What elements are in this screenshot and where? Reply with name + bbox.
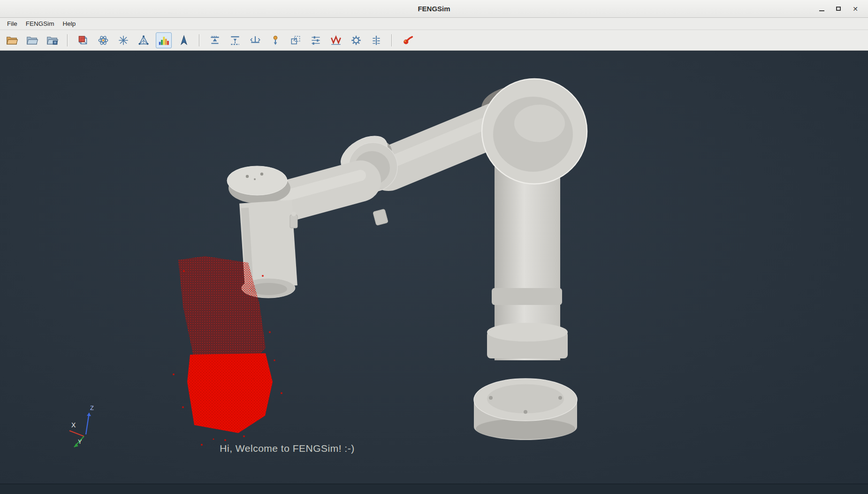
folder-open-button[interactable] — [4, 32, 20, 48]
domain-box-icon — [289, 34, 302, 46]
tetrahedron-button[interactable] — [136, 32, 152, 48]
menubar: File FENGSim Help — [0, 18, 868, 30]
robot-arm-model — [227, 79, 587, 440]
bc-load-down-button[interactable] — [227, 32, 243, 48]
titlebar: FENGSim ✕ — [0, 0, 868, 18]
axis-triad: Z X Y — [69, 404, 94, 447]
bc-support-button[interactable] — [247, 32, 263, 48]
point-load-button[interactable] — [267, 32, 283, 48]
menu-help[interactable]: Help — [59, 19, 80, 29]
close-button[interactable]: ✕ — [848, 3, 862, 15]
signal-wave-button[interactable] — [328, 32, 344, 48]
adjust-sliders-button[interactable] — [308, 32, 324, 48]
welcome-text: Hi, Welcome to FENGSim! :-) — [220, 443, 354, 454]
field-levels-button[interactable] — [368, 32, 384, 48]
run-solver-icon — [401, 34, 413, 46]
axis-y-label: Y — [78, 438, 82, 445]
viewport-canvas: Z X Y Hi, Welcome to FENGSim! :-) — [0, 51, 868, 484]
field-levels-icon — [370, 34, 382, 46]
folder-open-icon — [6, 34, 18, 46]
gear-settings-icon — [350, 34, 362, 46]
bc-load-down-icon — [229, 34, 241, 46]
close-icon: ✕ — [853, 5, 858, 13]
mesh-grid-icon — [117, 34, 129, 46]
toolbar-separator — [199, 34, 200, 46]
bc-fixed-top-icon — [209, 34, 221, 46]
bc-support-icon — [249, 34, 261, 46]
minimize-icon — [819, 10, 824, 11]
mesh-grid-button[interactable] — [115, 32, 131, 48]
adjust-sliders-icon — [310, 34, 322, 46]
folder-save-button[interactable] — [44, 32, 60, 48]
folder-mesh-icon — [26, 34, 38, 46]
gear-settings-button[interactable] — [348, 32, 364, 48]
maximize-icon — [836, 7, 841, 11]
axis-x-label: X — [71, 421, 76, 429]
window-controls: ✕ — [815, 3, 868, 15]
window-title: FENGSim — [0, 5, 868, 13]
signal-wave-icon — [330, 34, 342, 46]
result-colormap-button[interactable] — [156, 32, 172, 48]
result-colormap-icon — [158, 34, 170, 46]
toolbar-separator — [391, 34, 392, 46]
folder-mesh-button[interactable] — [24, 32, 40, 48]
tetrahedron-icon — [137, 34, 150, 46]
minimize-button[interactable] — [815, 3, 829, 15]
probe-arrow-button[interactable] — [176, 32, 192, 48]
menu-fengsim[interactable]: FENGSim — [22, 19, 59, 29]
domain-box-button[interactable] — [288, 32, 304, 48]
menu-file[interactable]: File — [3, 19, 22, 29]
maximize-button[interactable] — [831, 3, 845, 15]
physics-atom-button[interactable] — [95, 32, 111, 48]
physics-atom-icon — [97, 34, 109, 46]
axis-z-label: Z — [90, 404, 94, 411]
toolbar-separator — [67, 34, 68, 46]
bc-fixed-top-button[interactable] — [207, 32, 223, 48]
status-bar — [0, 484, 868, 494]
probe-arrow-icon — [178, 34, 190, 46]
viewport-3d[interactable]: Z X Y Hi, Welcome to FENGSim! :-) — [0, 51, 868, 484]
toolbar — [0, 30, 868, 51]
geometry-cad-button[interactable] — [75, 32, 91, 48]
geometry-cad-icon — [77, 34, 89, 46]
run-solver-button[interactable] — [399, 32, 415, 48]
point-load-icon — [269, 34, 282, 46]
folder-save-icon — [46, 34, 58, 46]
